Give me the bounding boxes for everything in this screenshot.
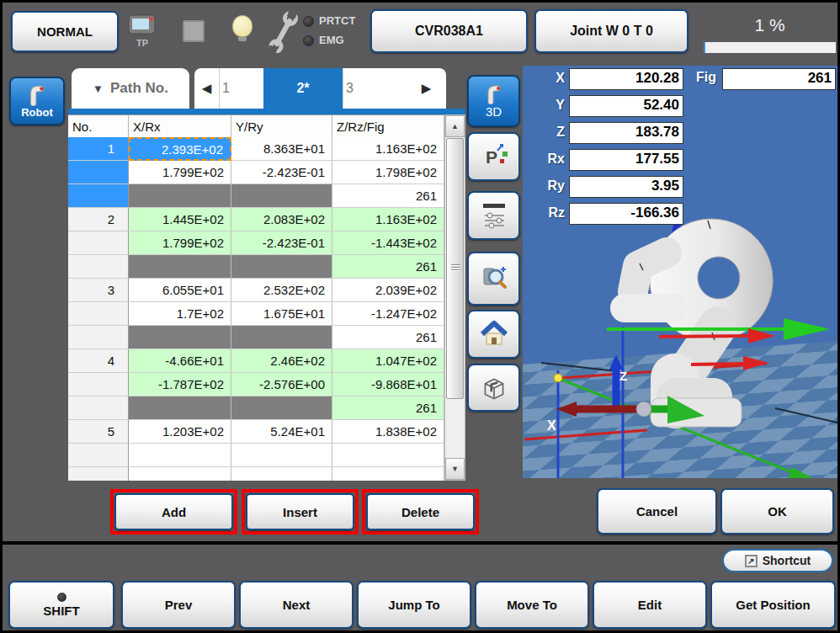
table-cell[interactable] xyxy=(332,467,444,481)
table-cell[interactable]: 2.393E+02 xyxy=(129,137,231,161)
table-cell[interactable]: -1.443E+02 xyxy=(332,231,444,255)
add-button[interactable]: Add xyxy=(114,493,233,530)
row-number-cell[interactable]: 3 xyxy=(68,279,129,302)
row-number-cell[interactable]: 2 xyxy=(68,208,129,231)
search-view-button[interactable] xyxy=(467,252,520,306)
table-cell[interactable]: 5.24E+01 xyxy=(231,420,332,444)
table-cell[interactable] xyxy=(129,184,231,208)
table-cell[interactable] xyxy=(129,255,231,279)
row-number-cell[interactable] xyxy=(68,161,129,184)
table-cell[interactable]: -4.66E+01 xyxy=(129,349,231,373)
table-cell[interactable] xyxy=(231,255,332,279)
coord-label-rz: Rz xyxy=(523,205,565,221)
table-cell[interactable]: 2.083E+02 xyxy=(231,208,332,231)
row-number-cell[interactable] xyxy=(68,231,129,255)
row-number-cell[interactable]: 4 xyxy=(68,349,129,373)
table-cell[interactable]: -9.868E+01 xyxy=(332,373,444,396)
tab-prev-arrow[interactable]: ◀ xyxy=(194,68,219,109)
table-cell[interactable]: -1.247E+02 xyxy=(332,302,444,326)
row-number-cell[interactable] xyxy=(68,255,129,279)
mode-button[interactable]: NORMAL xyxy=(11,11,119,52)
shortcut-label: Shortcut xyxy=(763,554,811,567)
table-cell[interactable] xyxy=(231,326,332,349)
row-number-cell[interactable] xyxy=(68,326,129,349)
table-cell[interactable] xyxy=(231,467,332,481)
table-cell[interactable]: 1.799E+02 xyxy=(129,161,231,184)
table-cell[interactable]: -2.423E-01 xyxy=(231,231,332,255)
table-cell[interactable]: -1.787E+02 xyxy=(129,373,231,396)
insert-button[interactable]: Insert xyxy=(246,493,354,530)
table-cell[interactable] xyxy=(231,444,332,467)
bottom-button-edit[interactable]: Edit xyxy=(593,581,707,629)
table-cell[interactable]: 261 xyxy=(332,326,444,349)
table-cell[interactable] xyxy=(231,396,332,420)
tab-path-3[interactable]: 3 xyxy=(343,68,414,109)
bottom-button-move-to[interactable]: Move To xyxy=(475,581,589,629)
table-cell[interactable]: 2.46E+02 xyxy=(231,349,332,373)
table-cell[interactable]: 261 xyxy=(332,184,444,208)
table-cell[interactable]: 6.055E+01 xyxy=(129,279,231,302)
row-number-cell[interactable]: 5 xyxy=(68,420,129,444)
table-cell[interactable]: 2.039E+02 xyxy=(332,279,444,302)
tab-path-2[interactable]: 2* xyxy=(263,68,343,109)
row-number-cell[interactable] xyxy=(68,373,129,396)
row-number-cell[interactable] xyxy=(68,467,129,481)
robot-button[interactable]: Robot xyxy=(9,77,65,125)
path-no-dropdown-tab[interactable]: ▼ Path No. xyxy=(72,68,189,109)
row-number-cell[interactable] xyxy=(68,184,129,208)
ok-button[interactable]: OK xyxy=(720,488,834,535)
point-axes-button[interactable]: P xyxy=(467,132,520,181)
table-cell[interactable]: -2.576E+00 xyxy=(231,373,332,396)
tab-path-1[interactable]: 1 xyxy=(219,68,263,109)
coord-value-y: 52.40 xyxy=(569,95,683,117)
table-cell[interactable]: 1.7E+02 xyxy=(129,302,231,326)
bottom-button-get-position[interactable]: Get Position xyxy=(710,581,836,629)
table-cell[interactable]: 261 xyxy=(332,396,444,420)
row-number-cell[interactable]: 1 xyxy=(68,137,129,161)
table-cell[interactable]: 1.799E+02 xyxy=(129,231,231,255)
table-cell[interactable]: 1.203E+02 xyxy=(129,420,231,444)
table-cell[interactable]: 1.445E+02 xyxy=(129,208,231,231)
table-cell[interactable]: 1.163E+02 xyxy=(332,137,444,161)
shortcut-button[interactable]: ↗ Shortcut xyxy=(722,549,833,572)
tab-next-arrow[interactable]: ▶ xyxy=(414,68,439,109)
table-cell[interactable]: 1.838E+02 xyxy=(332,420,444,444)
table-cell[interactable]: 261 xyxy=(332,255,444,279)
bottom-button-next[interactable]: Next xyxy=(239,581,354,629)
bottom-button-shift[interactable]: SHIFT xyxy=(8,581,114,629)
row-number-cell[interactable] xyxy=(68,396,129,420)
home-view-button[interactable] xyxy=(467,310,520,359)
table-scrollbar[interactable]: ▲ ▼ xyxy=(444,114,465,481)
row-number-cell[interactable] xyxy=(68,302,129,326)
table-cell[interactable]: 1.675E+01 xyxy=(231,302,332,326)
scrollbar-thumb[interactable] xyxy=(446,138,464,399)
table-cell[interactable]: -2.423E-01 xyxy=(231,161,332,184)
table-cell[interactable] xyxy=(332,444,444,467)
display-settings-button[interactable] xyxy=(467,191,520,240)
table-cell[interactable] xyxy=(129,467,231,481)
joint-mode-button[interactable]: Joint W 0 T 0 xyxy=(534,9,688,53)
table-cell[interactable] xyxy=(231,184,332,208)
coord-label-rx: Rx xyxy=(523,152,565,167)
table-cell[interactable]: 1.163E+02 xyxy=(332,208,444,231)
scroll-down-button[interactable]: ▼ xyxy=(445,458,465,480)
row-number-cell[interactable] xyxy=(68,444,129,467)
scroll-up-button[interactable]: ▲ xyxy=(445,115,465,137)
table-cell[interactable]: 1.798E+02 xyxy=(332,161,444,184)
table-cell[interactable] xyxy=(129,396,231,420)
table-cell[interactable]: 2.532E+02 xyxy=(231,279,332,302)
program-button[interactable]: CVR038A1 xyxy=(370,9,528,53)
bottom-button-prev[interactable]: Prev xyxy=(121,581,236,629)
bottom-button-jump-to[interactable]: Jump To xyxy=(357,581,471,629)
sliders-icon xyxy=(477,199,511,232)
path-point-table[interactable]: 12.393E+028.363E+011.163E+021.799E+02-2.… xyxy=(68,137,444,481)
table-cell[interactable]: 8.363E+01 xyxy=(231,137,332,161)
table-cell[interactable]: 1.047E+02 xyxy=(332,349,444,373)
table-cell[interactable] xyxy=(129,326,231,349)
table-cell[interactable] xyxy=(129,444,231,467)
cube-view-button[interactable] xyxy=(467,364,520,412)
robot-arm-icon xyxy=(484,84,504,104)
delete-button[interactable]: Delete xyxy=(366,493,475,530)
view-3d-button[interactable]: 3D xyxy=(467,75,520,127)
cancel-button[interactable]: Cancel xyxy=(597,488,717,535)
